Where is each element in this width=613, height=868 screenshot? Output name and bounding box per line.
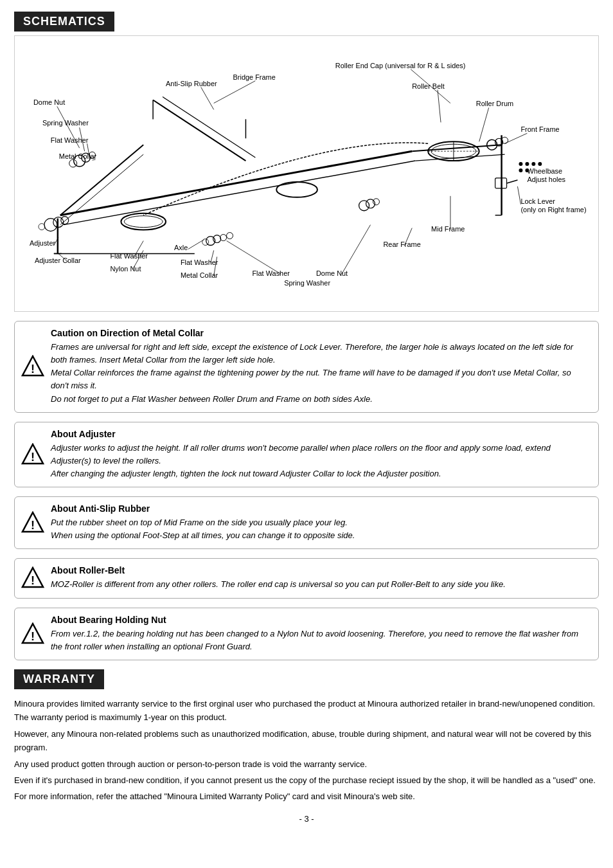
- caution-roller-belt-title: About Roller-Belt: [51, 565, 589, 575]
- schematics-section: SCHEMATICS: [14, 12, 599, 660]
- label-mid-frame: Mid Frame: [431, 225, 465, 233]
- diagram-svg: Dome Nut Spring Washer Flat Washer Metal…: [15, 36, 598, 311]
- label-spring-washer-bot: Spring Washer: [284, 279, 330, 287]
- svg-point-46: [538, 162, 542, 166]
- svg-text:!: !: [31, 519, 35, 532]
- warning-icon-2: !: [21, 443, 44, 466]
- warranty-section: WARRANTY Minoura provides limited warran…: [14, 669, 599, 804]
- label-anti-slip-rubber: Anti-Slip Rubber: [166, 80, 217, 87]
- caution-anti-slip: ! About Anti-Slip Rubber Put the rubber …: [14, 496, 599, 549]
- caution-roller-belt: ! About Roller-Belt MOZ-Roller is differ…: [14, 558, 599, 598]
- svg-line-57: [479, 107, 489, 141]
- label-roller-drum: Roller Drum: [476, 100, 513, 107]
- svg-point-21: [276, 182, 317, 197]
- caution-metal-collar-title: Caution on Direction of Metal Collar: [51, 328, 589, 338]
- svg-point-32: [227, 233, 233, 239]
- schematic-diagram: Dome Nut Spring Washer Flat Washer Metal…: [14, 35, 599, 312]
- svg-text:!: !: [31, 630, 35, 643]
- label-rear-frame: Rear Frame: [383, 240, 420, 248]
- svg-line-53: [201, 87, 214, 110]
- label-metal-collar-bot: Metal Collar: [181, 271, 218, 279]
- svg-line-11: [153, 100, 245, 161]
- label-roller-belt: Roller Belt: [412, 82, 444, 90]
- svg-point-0: [44, 219, 57, 231]
- caution-bearing-nut: ! About Bearing Holding Nut From ver.1.2…: [14, 608, 599, 660]
- label-flat-washer-mid: Flat Washer: [110, 252, 148, 260]
- svg-point-43: [519, 162, 522, 166]
- warranty-text: Minoura provides limited warranty servic…: [14, 697, 599, 804]
- caution-adjuster-title: About Adjuster: [51, 429, 589, 439]
- caution-anti-slip-title: About Anti-Slip Rubber: [51, 503, 589, 514]
- svg-line-54: [214, 81, 256, 104]
- warning-icon-1: !: [21, 355, 44, 378]
- schematics-header: SCHEMATICS: [14, 12, 114, 32]
- label-bridge-frame: Bridge Frame: [233, 73, 276, 81]
- caution-adjuster: ! About Adjuster Adjuster works to adjus…: [14, 422, 599, 487]
- svg-point-25: [69, 159, 77, 167]
- svg-text:Adjust holes: Adjust holes: [527, 176, 565, 183]
- label-wheelbase: Wheelbase: [527, 167, 562, 175]
- svg-line-39: [507, 180, 518, 183]
- svg-point-20: [124, 216, 163, 228]
- svg-point-31: [220, 235, 227, 241]
- caution-bearing-nut-title: About Bearing Holding Nut: [51, 615, 589, 625]
- svg-point-3: [39, 224, 45, 230]
- label-front-frame: Front Frame: [520, 125, 559, 133]
- label-flat-washer-bot1: Flat Washer: [181, 258, 218, 266]
- caution-bearing-nut-text: From ver.1.2, the bearing holding nut ha…: [51, 628, 589, 653]
- label-flat-washer-top: Flat Washer: [51, 136, 89, 144]
- svg-line-58: [505, 133, 528, 143]
- svg-line-66: [188, 240, 204, 249]
- svg-point-47: [519, 168, 522, 172]
- caution-roller-belt-text: MOZ-Roller is different from any other r…: [51, 578, 589, 591]
- caution-metal-collar-text: Frames are universal for right and left …: [51, 341, 589, 406]
- svg-text:!: !: [31, 574, 35, 587]
- caution-metal-collar: ! Caution on Direction of Metal Collar F…: [14, 321, 599, 413]
- svg-line-70: [342, 225, 371, 275]
- svg-point-45: [531, 162, 535, 166]
- caution-adjuster-text: Adjuster works to adjust the height. If …: [51, 442, 589, 480]
- warning-icon-4: !: [21, 566, 44, 590]
- label-dome-nut-bot: Dome Nut: [316, 269, 348, 277]
- warning-icon-5: !: [21, 622, 44, 646]
- page: SCHEMATICS: [0, 0, 613, 868]
- label-adjuster: Adjuster: [30, 239, 55, 247]
- label-roller-end-cap: Roller End Cap (universal for R & L side…: [335, 62, 466, 69]
- warranty-p2: However, any Minoura non-related problem…: [14, 727, 599, 755]
- warranty-p1: Minoura provides limited warranty servic…: [14, 697, 599, 725]
- warranty-p4: Even if it's purchased in brand-new cond…: [14, 773, 599, 787]
- label-lock-lever: Lock Lever: [520, 197, 555, 205]
- svg-line-61: [517, 186, 520, 204]
- label-nylon-nut: Nylon Nut: [110, 265, 141, 273]
- svg-text:(only on Right frame): (only on Right frame): [520, 206, 586, 213]
- svg-text:!: !: [31, 451, 35, 464]
- label-spring-washer-top: Spring Washer: [42, 119, 89, 127]
- page-number: - 3 -: [14, 814, 599, 824]
- svg-line-10: [64, 161, 415, 225]
- svg-point-40: [359, 201, 369, 211]
- warranty-p5: For more information, refer the attached…: [14, 790, 599, 803]
- svg-line-12: [163, 97, 255, 158]
- warning-icon-3: !: [21, 511, 44, 534]
- svg-point-42: [373, 199, 380, 205]
- label-flat-washer-bot2: Flat Washer: [252, 269, 290, 277]
- label-metal-collar: Metal Collar: [59, 152, 97, 160]
- label-axle: Axle: [174, 244, 188, 251]
- label-adjuster-collar: Adjuster Collar: [35, 257, 81, 264]
- svg-text:!: !: [31, 363, 35, 375]
- label-dome-nut-top: Dome Nut: [33, 98, 65, 106]
- warranty-p3: Any used product gotten through auction …: [14, 757, 599, 771]
- warranty-header: WARRANTY: [14, 669, 104, 689]
- svg-line-37: [415, 154, 504, 161]
- svg-point-44: [525, 162, 529, 166]
- caution-anti-slip-text: Put the rubber sheet on top of Mid Frame…: [51, 516, 589, 542]
